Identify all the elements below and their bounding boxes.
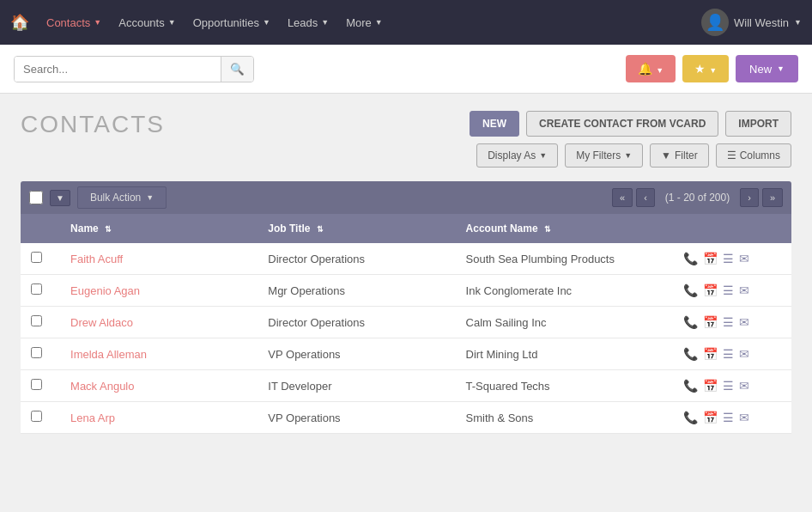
email-icon[interactable]: ✉ (739, 252, 749, 265)
bulk-action-button[interactable]: Bulk Action ▼ (77, 186, 167, 209)
search-bar-area: 🔍 🔔 ▼ ★ ▼ New ▼ (0, 45, 812, 94)
calendar-icon[interactable]: 📅 (703, 411, 718, 424)
email-icon[interactable]: ✉ (739, 347, 749, 361)
row-checkbox[interactable] (31, 252, 42, 263)
email-icon[interactable]: ✉ (739, 283, 749, 297)
new-button[interactable]: New ▼ (736, 55, 798, 82)
search-input[interactable] (15, 57, 221, 82)
contact-account-cell: Smith & Sons (456, 402, 673, 434)
star-icon: ★ (694, 62, 706, 76)
list-icon[interactable]: ☰ (723, 379, 734, 393)
top-right-buttons: 🔔 ▼ ★ ▼ New ▼ (626, 55, 798, 82)
contact-name-link[interactable]: Faith Acuff (70, 253, 123, 265)
nav-item-leads[interactable]: Leads ▼ (279, 0, 337, 45)
list-icon[interactable]: ☰ (723, 411, 734, 424)
row-checkbox[interactable] (31, 315, 42, 326)
my-filters-button[interactable]: My Filters ▼ (565, 143, 643, 168)
phone-icon[interactable]: 📞 (683, 283, 698, 297)
email-icon[interactable]: ✉ (739, 315, 749, 329)
last-page-button[interactable]: » (762, 188, 783, 207)
contact-row-actions: 📞 📅 ☰ ✉ (673, 307, 791, 338)
nav-item-contacts[interactable]: Contacts ▼ (38, 0, 110, 45)
nav-item-more[interactable]: More ▼ (337, 0, 391, 45)
list-icon[interactable]: ☰ (723, 252, 734, 265)
new-contact-button[interactable]: NEW (470, 111, 519, 137)
account-sort-icon: ⇅ (544, 225, 551, 234)
list-icon[interactable]: ☰ (723, 315, 734, 329)
display-as-button[interactable]: Display As ▼ (476, 143, 558, 168)
contact-name-cell: Imelda Alleman (60, 338, 258, 370)
contact-row-actions: 📞 📅 ☰ ✉ (673, 243, 791, 275)
prev-page-button[interactable]: ‹ (636, 188, 655, 207)
contact-name-link[interactable]: Eugenio Agan (70, 284, 140, 297)
calendar-icon[interactable]: 📅 (703, 252, 718, 265)
contact-row-actions: 📞 📅 ☰ ✉ (673, 370, 791, 402)
table-row: Imelda Alleman VP Operations Dirt Mining… (21, 338, 791, 370)
filters-caret-icon: ▼ (624, 151, 632, 160)
pagination-info: (1 - 20 of 200) (658, 192, 736, 204)
contact-name-link[interactable]: Drew Aldaco (70, 316, 133, 329)
avatar: 👤 (701, 9, 729, 36)
row-checkbox-cell (21, 243, 60, 275)
email-icon[interactable]: ✉ (739, 411, 749, 424)
contact-name-link[interactable]: Mack Angulo (70, 380, 134, 393)
phone-icon[interactable]: 📞 (683, 411, 698, 424)
nav-item-opportunities[interactable]: Opportunities ▼ (185, 0, 279, 45)
calendar-icon[interactable]: 📅 (703, 283, 718, 297)
search-button[interactable]: 🔍 (221, 57, 253, 82)
columns-button[interactable]: ☰ Columns (716, 143, 791, 168)
calendar-icon[interactable]: 📅 (703, 379, 718, 393)
row-checkbox[interactable] (31, 411, 42, 422)
first-page-button[interactable]: « (612, 188, 633, 207)
contact-row-actions: 📞 📅 ☰ ✉ (673, 275, 791, 307)
contact-name-cell: Faith Acuff (60, 243, 258, 275)
user-menu[interactable]: 👤 Will Westin ▼ (701, 9, 802, 36)
main-content: CONTACTS NEW CREATE CONTACT FROM VCARD I… (0, 94, 812, 451)
table-header-account-name[interactable]: Account Name ⇅ (456, 214, 673, 243)
favorites-button[interactable]: ★ ▼ (682, 55, 729, 82)
table-row: Faith Acuff Director Operations South Se… (21, 243, 791, 275)
row-checkbox[interactable] (31, 347, 42, 358)
phone-icon[interactable]: 📞 (683, 315, 698, 329)
table-row: Drew Aldaco Director Operations Calm Sai… (21, 307, 791, 338)
calendar-icon[interactable]: 📅 (703, 315, 718, 329)
select-caret-button[interactable]: ▼ (50, 190, 70, 206)
filter-button[interactable]: ▼ Filter (650, 143, 709, 168)
next-page-button[interactable]: › (740, 188, 759, 207)
calendar-icon[interactable]: 📅 (703, 347, 718, 361)
contact-name-link[interactable]: Lena Arp (70, 411, 115, 424)
contacts-table: Name ⇅ Job Title ⇅ Account Name ⇅ Fa (21, 214, 791, 434)
phone-icon[interactable]: 📞 (683, 379, 698, 393)
opportunities-caret-icon: ▼ (263, 18, 270, 27)
contact-job-title-cell: VP Operations (258, 338, 455, 370)
home-icon[interactable]: 🏠 (10, 13, 29, 32)
contact-account-cell: South Sea Plumbing Products (456, 243, 673, 275)
contact-name-cell: Eugenio Agan (60, 275, 258, 307)
name-sort-icon: ⇅ (105, 225, 112, 234)
phone-icon[interactable]: 📞 (683, 252, 698, 265)
row-checkbox[interactable] (31, 379, 42, 390)
row-checkbox-cell (21, 338, 60, 370)
page-actions: NEW CREATE CONTACT FROM VCARD IMPORT Dis… (470, 111, 791, 168)
contact-name-link[interactable]: Imelda Alleman (70, 348, 147, 361)
email-icon[interactable]: ✉ (739, 379, 749, 393)
phone-icon[interactable]: 📞 (683, 347, 698, 361)
create-from-vcard-button[interactable]: CREATE CONTACT FROM VCARD (526, 111, 718, 137)
contact-name-cell: Drew Aldaco (60, 307, 258, 338)
table-row: Eugenio Agan Mgr Operations Ink Conglome… (21, 275, 791, 307)
row-checkbox[interactable] (31, 283, 42, 295)
nav-item-accounts[interactable]: Accounts ▼ (110, 0, 184, 45)
select-all-checkbox[interactable] (29, 191, 43, 204)
list-icon[interactable]: ☰ (723, 283, 734, 297)
new-caret-icon: ▼ (777, 64, 785, 73)
contact-account-cell: Ink Conglomerate Inc (456, 275, 673, 307)
table-header-actions (673, 214, 791, 243)
contacts-caret-icon: ▼ (94, 18, 101, 27)
notifications-button[interactable]: 🔔 ▼ (626, 55, 676, 82)
list-icon[interactable]: ☰ (723, 347, 734, 361)
more-caret-icon: ▼ (375, 18, 383, 27)
import-button[interactable]: IMPORT (725, 111, 791, 137)
filter-icon: ▼ (661, 149, 671, 162)
table-header-job-title[interactable]: Job Title ⇅ (258, 214, 455, 243)
table-header-name[interactable]: Name ⇅ (60, 214, 258, 243)
